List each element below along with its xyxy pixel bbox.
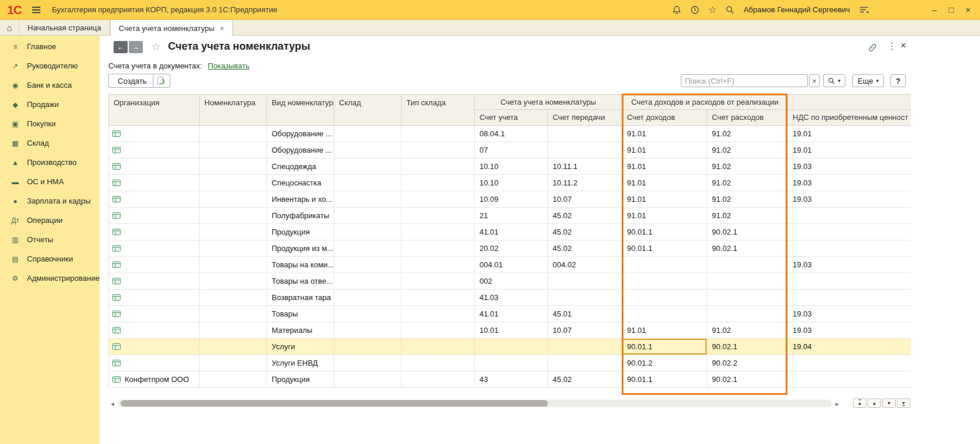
- cell-warehouse-type[interactable]: [402, 322, 475, 339]
- cell-organization[interactable]: [109, 306, 200, 322]
- sidebar-item[interactable]: ▬ ОС и НМА: [0, 172, 100, 191]
- cell-organization[interactable]: [109, 240, 200, 257]
- cell-transfer-account[interactable]: 004.02: [548, 257, 622, 273]
- horizontal-scrollbar-track[interactable]: [118, 400, 832, 407]
- cell-nomenclature[interactable]: [200, 322, 267, 339]
- cell-account[interactable]: 21: [475, 208, 548, 224]
- sidebar-item[interactable]: ≡ Главное: [0, 37, 100, 56]
- sidebar-item[interactable]: Дт Операции: [0, 211, 100, 230]
- cell-expense-account[interactable]: 91.02: [707, 175, 788, 191]
- cell-warehouse-type[interactable]: [402, 257, 475, 273]
- cell-expense-account[interactable]: 91.02: [707, 126, 788, 142]
- sidebar-item[interactable]: ▦ Склад: [0, 133, 100, 153]
- forward-button[interactable]: →: [129, 41, 143, 53]
- create-by-copy-button[interactable]: [153, 74, 170, 88]
- cell-income-account[interactable]: [622, 306, 707, 322]
- cell-nomenclature[interactable]: [200, 126, 267, 142]
- cell-kind[interactable]: Товары: [267, 306, 334, 322]
- cell-kind[interactable]: Товары на отве...: [267, 273, 334, 290]
- cell-organization[interactable]: [109, 339, 200, 355]
- cell-expense-account[interactable]: [707, 257, 788, 273]
- tab-item-accounts[interactable]: Счета учета номенклатуры ×: [110, 20, 233, 36]
- cell-nomenclature[interactable]: [200, 240, 267, 257]
- cell-organization[interactable]: [109, 191, 200, 208]
- cell-warehouse[interactable]: [334, 240, 402, 257]
- cell-kind[interactable]: Услуги ЕНВД: [267, 355, 334, 371]
- cell-transfer-account[interactable]: 10.11.1: [548, 159, 622, 175]
- cell-nomenclature[interactable]: [200, 339, 267, 355]
- cell-transfer-account[interactable]: [548, 142, 622, 159]
- more-menu-icon[interactable]: ⋮: [888, 41, 896, 51]
- cell-nomenclature[interactable]: [200, 371, 267, 388]
- cell-income-account[interactable]: [622, 273, 707, 290]
- cell-kind[interactable]: Инвентарь и хо...: [267, 191, 334, 208]
- cell-warehouse-type[interactable]: [402, 159, 475, 175]
- cell-account[interactable]: [475, 339, 548, 355]
- maximize-button[interactable]: □: [948, 5, 954, 14]
- cell-organization[interactable]: [109, 208, 200, 224]
- cell-warehouse[interactable]: [334, 142, 402, 159]
- cell-warehouse-type[interactable]: [402, 290, 475, 306]
- cell-income-account[interactable]: 91.01: [622, 191, 707, 208]
- cell-warehouse-type[interactable]: [402, 142, 475, 159]
- global-search-icon[interactable]: [725, 5, 735, 15]
- cell-warehouse[interactable]: [334, 306, 402, 322]
- cell-organization[interactable]: [109, 224, 200, 240]
- cell-kind[interactable]: Спецодежда: [267, 159, 334, 175]
- user-name[interactable]: Абрамов Геннадий Сергеевич: [743, 5, 850, 14]
- cell-organization[interactable]: [109, 273, 200, 290]
- cell-transfer-account[interactable]: [548, 339, 622, 355]
- cell-kind[interactable]: Продукция из м...: [267, 240, 334, 257]
- cell-kind[interactable]: Спецоснастка: [267, 175, 334, 191]
- col-header-income-account[interactable]: Счет доходов: [622, 109, 707, 125]
- cell-account[interactable]: 41.01: [475, 224, 548, 240]
- cell-income-account[interactable]: 91.01: [622, 142, 707, 159]
- cell-warehouse-type[interactable]: [402, 175, 475, 191]
- sidebar-item[interactable]: ▤ Справочники: [0, 249, 100, 269]
- cell-nomenclature[interactable]: [200, 208, 267, 224]
- col-header-account[interactable]: Счет учета: [475, 109, 548, 125]
- cell-warehouse[interactable]: [334, 290, 402, 306]
- cell-account[interactable]: 002: [475, 273, 548, 290]
- settings-menu-icon[interactable]: [859, 6, 869, 14]
- cell-nomenclature[interactable]: [200, 306, 267, 322]
- cell-income-account[interactable]: 91.01: [622, 175, 707, 191]
- list-page-up-button[interactable]: ▴: [868, 398, 881, 408]
- cell-nomenclature[interactable]: [200, 159, 267, 175]
- search-input[interactable]: [681, 74, 808, 87]
- cell-warehouse-type[interactable]: [402, 208, 475, 224]
- cell-warehouse[interactable]: [334, 159, 402, 175]
- col-header-kind[interactable]: Вид номенклатуры: [267, 95, 334, 126]
- cell-kind[interactable]: Продукция: [267, 224, 334, 240]
- cell-vat-account[interactable]: [788, 273, 912, 290]
- cell-warehouse[interactable]: [334, 208, 402, 224]
- cell-nomenclature[interactable]: [200, 257, 267, 273]
- col-header-warehouse-type[interactable]: Тип склада: [402, 95, 475, 126]
- cell-transfer-account[interactable]: 45.02: [548, 208, 622, 224]
- cell-vat-account[interactable]: 19.01: [788, 142, 912, 159]
- cell-income-account[interactable]: 90.01.2: [622, 355, 707, 371]
- search-options-button[interactable]: ▾: [823, 74, 845, 87]
- cell-expense-account[interactable]: 91.02: [707, 191, 788, 208]
- cell-expense-account[interactable]: 91.02: [707, 208, 788, 224]
- cell-vat-account[interactable]: 19.03: [788, 159, 912, 175]
- cell-expense-account[interactable]: 90.02.2: [707, 355, 788, 371]
- cell-account[interactable]: 004.01: [475, 257, 548, 273]
- cell-transfer-account[interactable]: 10.07: [548, 191, 622, 208]
- list-go-bottom-button[interactable]: ▾: [897, 398, 910, 408]
- cell-transfer-account[interactable]: 45.01: [548, 306, 622, 322]
- col-header-organization[interactable]: Организация: [109, 95, 200, 126]
- cell-nomenclature[interactable]: [200, 355, 267, 371]
- main-menu-icon[interactable]: [31, 6, 42, 14]
- cell-account[interactable]: 10.10: [475, 159, 548, 175]
- cell-organization[interactable]: [109, 322, 200, 339]
- cell-warehouse-type[interactable]: [402, 339, 475, 355]
- cell-warehouse[interactable]: [334, 355, 402, 371]
- sidebar-item[interactable]: ↗ Руководителю: [0, 56, 100, 75]
- cell-account[interactable]: 41.03: [475, 290, 548, 306]
- horizontal-scrollbar-thumb[interactable]: [121, 400, 548, 407]
- cell-income-account[interactable]: 90.01.1: [622, 339, 707, 355]
- cell-vat-account[interactable]: 19.03: [788, 191, 912, 208]
- cell-nomenclature[interactable]: [200, 224, 267, 240]
- cell-income-account[interactable]: 91.01: [622, 126, 707, 142]
